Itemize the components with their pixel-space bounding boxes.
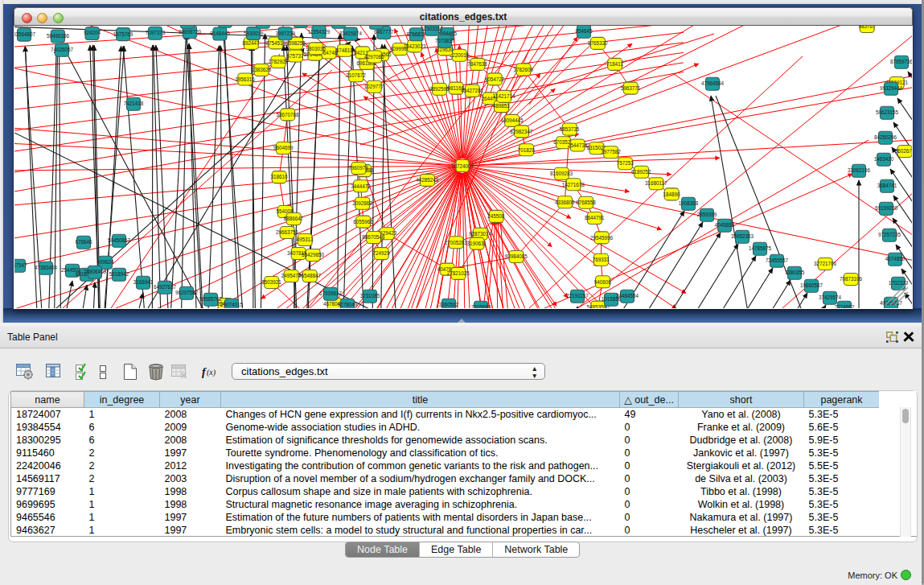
svg-text:7073837: 7073837 bbox=[435, 38, 455, 43]
svg-text:8602677: 8602677 bbox=[895, 148, 912, 154]
svg-text:2544734: 2544734 bbox=[568, 142, 588, 148]
svg-text:43427281: 43427281 bbox=[461, 88, 484, 93]
svg-text:2107672: 2107672 bbox=[346, 72, 366, 78]
svg-text:32303311: 32303311 bbox=[421, 26, 443, 31]
svg-text:19660587: 19660587 bbox=[800, 282, 823, 288]
svg-text:1029777: 1029777 bbox=[364, 84, 384, 89]
svg-text:6467777: 6467777 bbox=[374, 29, 394, 35]
svg-text:7782929: 7782929 bbox=[268, 59, 288, 64]
svg-text:55429850: 55429850 bbox=[302, 252, 325, 257]
svg-text:73423023: 73423023 bbox=[403, 43, 426, 49]
svg-text:769331: 769331 bbox=[593, 257, 610, 262]
svg-text:32721706: 32721706 bbox=[814, 261, 837, 266]
svg-text:495313: 495313 bbox=[296, 237, 314, 242]
svg-text:47964584: 47964584 bbox=[701, 80, 725, 86]
svg-text:6768558: 6768558 bbox=[576, 200, 596, 205]
svg-text:924204: 924204 bbox=[84, 30, 101, 35]
svg-text:27005283: 27005283 bbox=[445, 240, 468, 245]
svg-text:854645: 854645 bbox=[575, 28, 593, 34]
svg-text:9892593: 9892593 bbox=[429, 86, 450, 92]
svg-text:2092863: 2092863 bbox=[352, 200, 372, 206]
svg-text:3977582: 3977582 bbox=[601, 149, 621, 154]
svg-text:14785875: 14785875 bbox=[749, 245, 772, 251]
svg-text:82982347: 82982347 bbox=[510, 129, 533, 134]
svg-text:58496386: 58496386 bbox=[47, 33, 70, 39]
svg-text:84250296: 84250296 bbox=[874, 134, 897, 140]
svg-text:5918942: 5918942 bbox=[109, 271, 129, 277]
svg-text:8644791: 8644791 bbox=[585, 215, 605, 220]
svg-text:3782609: 3782609 bbox=[514, 67, 534, 72]
svg-text:9604699: 9604699 bbox=[273, 145, 294, 150]
svg-text:6055966: 6055966 bbox=[353, 219, 373, 225]
svg-text:318610: 318610 bbox=[270, 174, 288, 179]
svg-text:31680117: 31680117 bbox=[645, 180, 667, 186]
svg-text:3444472: 3444472 bbox=[351, 183, 371, 189]
svg-text:18724007: 18724007 bbox=[451, 163, 474, 169]
svg-text:675737: 675737 bbox=[287, 53, 305, 59]
svg-text:7421418: 7421418 bbox=[124, 101, 144, 106]
svg-text:701820: 701820 bbox=[518, 147, 536, 153]
svg-text:8886647: 8886647 bbox=[284, 216, 304, 221]
svg-text:67939617: 67939617 bbox=[319, 290, 343, 296]
svg-text:676646: 676646 bbox=[75, 239, 92, 245]
svg-text:5963771: 5963771 bbox=[621, 85, 641, 91]
svg-text:4297086: 4297086 bbox=[364, 54, 384, 60]
svg-text:50450867: 50450867 bbox=[108, 237, 131, 243]
svg-text:3231085: 3231085 bbox=[360, 293, 380, 299]
svg-text:3997239: 3997239 bbox=[275, 31, 295, 36]
svg-text:93984085: 93984085 bbox=[505, 253, 528, 259]
svg-text:78806409: 78806409 bbox=[84, 269, 107, 274]
svg-text:99698720: 99698720 bbox=[179, 29, 202, 35]
svg-text:1956316: 1956316 bbox=[235, 76, 255, 82]
svg-text:27821025: 27821025 bbox=[447, 270, 470, 276]
svg-text:9278049: 9278049 bbox=[338, 302, 358, 307]
svg-text:64927637: 64927637 bbox=[154, 284, 177, 290]
svg-text:5853735: 5853735 bbox=[560, 126, 580, 132]
svg-text:37429574: 37429574 bbox=[819, 295, 842, 300]
svg-text:1908368: 1908368 bbox=[679, 200, 699, 206]
svg-text:74026057: 74026057 bbox=[51, 47, 74, 52]
svg-text:83564807: 83564807 bbox=[14, 31, 35, 37]
svg-text:9598256: 9598256 bbox=[285, 40, 306, 46]
svg-text:2859399: 2859399 bbox=[697, 212, 717, 217]
svg-text:4336809: 4336809 bbox=[555, 200, 575, 205]
svg-text:1383620: 1383620 bbox=[252, 67, 272, 72]
svg-text:757253: 757253 bbox=[617, 160, 634, 166]
svg-text:3503921: 3503921 bbox=[261, 279, 281, 285]
svg-text:7274862: 7274862 bbox=[835, 304, 855, 308]
svg-text:7380355: 7380355 bbox=[785, 270, 805, 275]
svg-text:59585762: 59585762 bbox=[199, 296, 223, 302]
svg-text:4674850: 4674850 bbox=[885, 256, 906, 262]
svg-text:43094445: 43094445 bbox=[500, 117, 524, 123]
svg-text:8754519: 8754519 bbox=[265, 40, 285, 46]
svg-text:7960979: 7960979 bbox=[348, 165, 368, 171]
svg-text:11554329: 11554329 bbox=[308, 29, 331, 35]
svg-text:1463420: 1463420 bbox=[874, 156, 894, 162]
svg-text:58670768: 58670768 bbox=[276, 112, 299, 117]
svg-text:14271678: 14271678 bbox=[562, 182, 585, 187]
svg-text:29545996: 29545996 bbox=[590, 235, 614, 241]
svg-text:489853: 489853 bbox=[493, 103, 511, 109]
svg-text:70873106: 70873106 bbox=[840, 276, 863, 282]
svg-text:88670548: 88670548 bbox=[362, 234, 385, 240]
svg-text:467547: 467547 bbox=[14, 262, 27, 268]
svg-text:44285249: 44285249 bbox=[416, 177, 439, 183]
svg-text:46548847: 46548847 bbox=[298, 273, 322, 278]
svg-text:6189252: 6189252 bbox=[631, 169, 651, 175]
svg-text:409624: 409624 bbox=[97, 259, 114, 265]
svg-text:8765330: 8765330 bbox=[588, 40, 608, 46]
svg-text:83415874: 83415874 bbox=[339, 31, 363, 36]
svg-text:940606: 940606 bbox=[594, 279, 612, 285]
svg-text:9148445: 9148445 bbox=[210, 31, 230, 36]
svg-text:47383404: 47383404 bbox=[35, 265, 58, 270]
svg-text:3190631: 3190631 bbox=[466, 241, 487, 246]
svg-text:29663751: 29663751 bbox=[276, 229, 299, 235]
svg-text:7305688: 7305688 bbox=[471, 304, 491, 308]
svg-text:892447: 892447 bbox=[242, 40, 260, 46]
svg-text:724929: 724929 bbox=[372, 250, 390, 256]
svg-text:22191157: 22191157 bbox=[566, 293, 589, 299]
svg-text:9803035: 9803035 bbox=[306, 46, 326, 51]
svg-text:97257235: 97257235 bbox=[878, 232, 901, 237]
svg-text:1575769: 1575769 bbox=[113, 31, 133, 37]
svg-text:31421714: 31421714 bbox=[492, 93, 515, 99]
